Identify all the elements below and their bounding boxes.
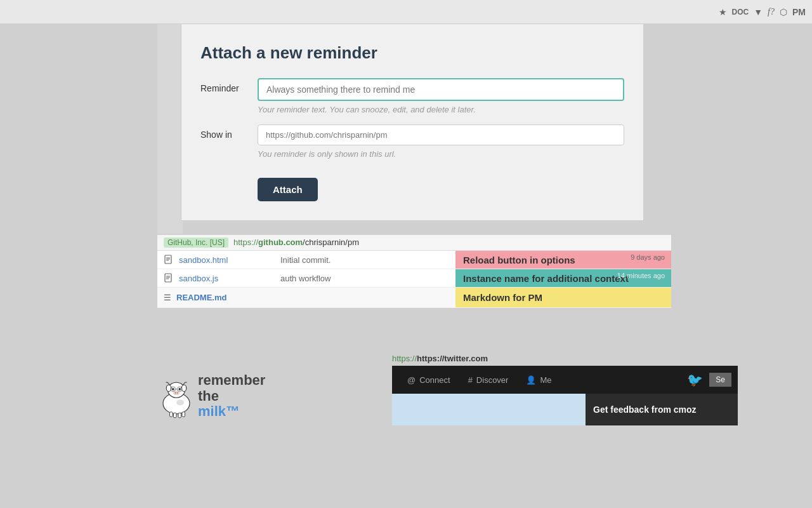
me-label: Me	[540, 375, 551, 385]
twitter-nav-bar: @ Connect # Discover 👤 Me 🐦 Se	[392, 366, 738, 394]
connect-label: Connect	[419, 375, 450, 385]
show-in-label: Show in	[200, 124, 258, 140]
rtm-the-text: the	[198, 389, 265, 404]
readme-icon: ☰	[164, 293, 171, 302]
doc-icon[interactable]: DOC	[732, 8, 749, 17]
discover-label: Discover	[476, 375, 509, 385]
github-url-bold: github.com	[258, 237, 303, 247]
svg-point-13	[178, 388, 181, 391]
svg-rect-18	[170, 411, 173, 417]
twitter-bird-icon: 🐦	[687, 372, 703, 387]
reminder-badge-reload: Reload button in options 9 days ago	[455, 251, 671, 269]
svg-point-15	[175, 392, 176, 394]
github-company-label: GitHub, Inc. [US]	[164, 237, 228, 248]
svg-rect-21	[182, 411, 185, 417]
show-in-helper-text: You reminder is only shown in this url.	[258, 149, 624, 159]
reminder-text-feedback: Get feedback from cmoz	[593, 404, 697, 415]
reminder-text-instance: Instance name for additional context	[463, 273, 629, 284]
twitter-section: https://https://twitter.com @ Connect # …	[392, 352, 738, 425]
pm-icon[interactable]: PM	[792, 7, 806, 17]
font-icon[interactable]: f?	[768, 7, 775, 17]
left-context-bar	[157, 24, 183, 234]
twitter-url-bar: https://https://twitter.com	[392, 352, 738, 366]
github-url-bar: GitHub, Inc. [US] https://github.com/chr…	[157, 235, 671, 251]
github-files-list: sandbox.html Initial commit. Reload butt…	[157, 251, 671, 308]
reminder-text-reload: Reload button in options	[463, 255, 575, 265]
reminder-badge-markdown: Markdown for PM	[455, 288, 671, 307]
table-row: ☰ README.md Markdown for PM	[157, 288, 671, 308]
twitter-nav-me[interactable]: 👤 Me	[517, 366, 560, 394]
file-icon	[164, 255, 174, 265]
svg-rect-20	[178, 413, 181, 418]
attach-reminder-panel: Attach a new reminder Reminder Your remi…	[181, 24, 644, 221]
svg-rect-19	[174, 413, 177, 418]
show-in-field-wrap: You reminder is only shown in this url.	[258, 124, 624, 159]
dropdown-icon[interactable]: ▼	[754, 7, 763, 17]
svg-point-10	[166, 385, 171, 392]
svg-point-16	[177, 392, 178, 394]
rtm-text-block: remember the milk™	[198, 373, 265, 419]
show-in-field-row: Show in You reminder is only shown in th…	[200, 124, 624, 159]
file-link-sandbox-js[interactable]: sandbox.js	[179, 274, 280, 283]
reminder-time-instance: 14 minutes ago	[617, 272, 665, 279]
user-icon: 👤	[526, 375, 536, 385]
show-in-input[interactable]	[258, 124, 624, 145]
twitter-content-area: Get feedback from cmoz	[392, 394, 738, 425]
reminder-input[interactable]	[258, 78, 624, 101]
reminder-label: Reminder	[200, 78, 258, 93]
github-section: GitHub, Inc. [US] https://github.com/chr…	[157, 235, 671, 308]
hash-icon: #	[468, 375, 473, 385]
file-link-sandbox-html[interactable]: sandbox.html	[179, 255, 280, 265]
table-row: sandbox.html Initial commit. Reload butt…	[157, 251, 671, 269]
twitter-url-prefix: https://	[392, 354, 417, 363]
reminder-field-row: Reminder Your reminder text. You can sno…	[200, 78, 624, 114]
rtm-remember-text: remember	[198, 373, 265, 388]
reminder-time-reload: 9 days ago	[631, 253, 665, 261]
extension-icon[interactable]: ⬡	[780, 7, 787, 17]
github-url-path: /chrisparnin/pm	[303, 237, 359, 247]
twitter-url-domain: https://twitter.com	[417, 354, 488, 363]
browser-toolbar: ★ DOC ▼ f? ⬡ PM	[0, 0, 812, 24]
attach-button-container: Attach	[200, 165, 624, 201]
readme-link[interactable]: README.md	[176, 293, 226, 302]
rtm-section: remember the milk™	[157, 373, 265, 419]
reminder-field-wrap: Your reminder text. You can snooze, edit…	[258, 78, 624, 114]
svg-point-14	[174, 391, 180, 394]
reminder-badge-instance: Instance name for additional context 14 …	[455, 269, 671, 287]
bookmark-icon[interactable]: ★	[719, 7, 727, 17]
reminder-text-markdown: Markdown for PM	[463, 292, 542, 303]
rtm-cow-logo	[157, 374, 195, 418]
svg-point-11	[181, 385, 187, 392]
svg-point-17	[176, 399, 184, 405]
github-url-text: https://github.com/chrisparnin/pm	[233, 237, 359, 248]
reminder-badge-feedback: Get feedback from cmoz	[586, 394, 738, 425]
twitter-nav-connect[interactable]: @ Connect	[398, 366, 459, 394]
file-icon	[164, 273, 174, 283]
twitter-nav-discover[interactable]: # Discover	[459, 366, 518, 394]
github-url-prefix: https://	[233, 237, 258, 247]
rtm-milk-text: milk™	[198, 404, 265, 419]
svg-point-12	[172, 388, 174, 391]
reminder-helper-text: Your reminder text. You can snooze, edit…	[258, 105, 624, 114]
table-row: sandbox.js auth workflow Instance name f…	[157, 269, 671, 288]
twitter-search-button[interactable]: Se	[709, 373, 731, 387]
panel-title: Attach a new reminder	[200, 43, 624, 63]
at-icon: @	[407, 375, 416, 385]
attach-button[interactable]: Attach	[258, 178, 318, 201]
